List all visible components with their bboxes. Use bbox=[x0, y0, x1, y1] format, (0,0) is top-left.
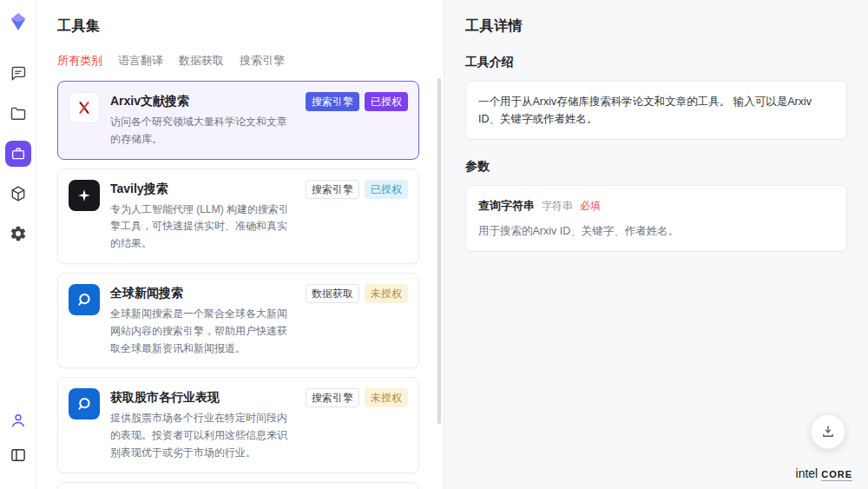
intel-core-logo: intel CORE bbox=[796, 466, 852, 481]
tool-list-panel: 工具集 所有类别 语言翻译 数据获取 搜索引擎 Arxiv文献搜索 访问各个研究… bbox=[36, 0, 444, 489]
tool-intro-text: 一个用于从Arxiv存储库搜索科学论文和文章的工具。 输入可以是Arxiv ID… bbox=[478, 96, 812, 125]
tab-search-engine[interactable]: 搜索引擎 bbox=[240, 53, 285, 69]
parameter-box: 查询字符串 字符串 必填 用于搜索的Arxiv ID、关键字、作者姓名。 bbox=[465, 185, 847, 252]
tool-list-title: 工具集 bbox=[57, 17, 444, 36]
download-button[interactable] bbox=[811, 414, 845, 449]
core-brand-text: CORE bbox=[821, 469, 852, 481]
intro-section-title: 工具介绍 bbox=[465, 55, 847, 70]
collapse-sidebar-icon[interactable] bbox=[5, 442, 31, 468]
auth-status-badge: 已授权 bbox=[365, 180, 408, 199]
tab-data-fetching[interactable]: 数据获取 bbox=[179, 53, 224, 69]
category-badge: 搜索引擎 bbox=[306, 92, 359, 111]
tool-name: Tavily搜索 bbox=[110, 180, 295, 197]
auth-status-badge: 未授权 bbox=[365, 284, 408, 303]
tool-card-arxiv[interactable]: Arxiv文献搜索 访问各个研究领域大量科学论文和文章的存储库。 搜索引擎 已授… bbox=[57, 81, 419, 160]
arxiv-logo-icon bbox=[69, 92, 100, 123]
user-profile-icon[interactable] bbox=[5, 407, 31, 433]
tool-name: 获取股市各行业表现 bbox=[110, 388, 295, 406]
tool-card-stock-sector[interactable]: 获取股市各行业表现 提供股票市场各个行业在特定时间段内的表现。投资者可以利用这些… bbox=[57, 377, 419, 472]
params-section-title: 参数 bbox=[465, 159, 847, 175]
left-icon-rail bbox=[0, 0, 36, 489]
tool-card-active-stocks[interactable]: 获取市场最活跃股票信息 提供当天交易量最高的股票列表，投资者可以利用这些信息来识… bbox=[57, 482, 419, 489]
auth-status-badge: 未授权 bbox=[365, 388, 408, 407]
intel-brand-text: intel bbox=[796, 466, 819, 480]
tool-description: 访问各个研究领域大量科学论文和文章的存储库。 bbox=[110, 114, 295, 149]
tavily-star-icon bbox=[69, 180, 100, 211]
nav-settings-gear-icon[interactable] bbox=[5, 221, 31, 247]
nav-package-icon[interactable] bbox=[5, 181, 31, 207]
tool-description: 专为人工智能代理 (LLM) 构建的搜索引擎工具，可快速提供实时、准确和真实的结… bbox=[110, 202, 295, 253]
list-scrollbar[interactable] bbox=[437, 78, 441, 424]
category-badge: 搜索引擎 bbox=[306, 180, 359, 199]
category-tabs: 所有类别 语言翻译 数据获取 搜索引擎 bbox=[57, 53, 444, 69]
app-logo-icon bbox=[9, 12, 28, 35]
parameter-description: 用于搜索的Arxiv ID、关键字、作者姓名。 bbox=[478, 222, 834, 240]
tool-description: 提供股票市场各个行业在特定时间段内的表现。投资者可以利用这些信息来识别表现优于或… bbox=[110, 410, 295, 461]
data-provider-logo-icon bbox=[69, 284, 100, 315]
category-badge: 搜索引擎 bbox=[306, 388, 359, 407]
category-badge: 数据获取 bbox=[306, 284, 359, 303]
nav-folder-icon[interactable] bbox=[5, 101, 31, 127]
tab-language-translation[interactable]: 语言翻译 bbox=[118, 53, 163, 69]
data-provider-logo-icon bbox=[69, 388, 100, 420]
app-window: 工具集 所有类别 语言翻译 数据获取 搜索引擎 Arxiv文献搜索 访问各个研究… bbox=[0, 0, 868, 489]
tool-name: Arxiv文献搜索 bbox=[110, 92, 295, 109]
tool-description: 全球新闻搜索是一个聚合全球各大新闻网站内容的搜索引擎，帮助用户快速获取全球最新资… bbox=[110, 306, 295, 357]
tool-card-global-news[interactable]: 全球新闻搜索 全球新闻搜索是一个聚合全球各大新闻网站内容的搜索引擎，帮助用户快速… bbox=[57, 273, 419, 368]
detail-panel-title: 工具详情 bbox=[465, 17, 847, 36]
auth-status-badge: 已授权 bbox=[365, 92, 408, 111]
tab-all-categories[interactable]: 所有类别 bbox=[57, 53, 102, 69]
tool-name: 全球新闻搜索 bbox=[110, 284, 295, 301]
nav-tools-icon[interactable] bbox=[5, 141, 31, 167]
nav-chat-icon[interactable] bbox=[5, 61, 31, 87]
tool-detail-panel: 工具详情 工具介绍 一个用于从Arxiv存储库搜索科学论文和文章的工具。 输入可… bbox=[444, 0, 868, 489]
parameter-name: 查询字符串 bbox=[478, 197, 535, 215]
parameter-type: 字符串 bbox=[542, 198, 573, 215]
parameter-required-flag: 必填 bbox=[580, 198, 601, 215]
tool-card-tavily[interactable]: Tavily搜索 专为人工智能代理 (LLM) 构建的搜索引擎工具，可快速提供实… bbox=[57, 169, 419, 264]
tool-card-list: Arxiv文献搜索 访问各个研究领域大量科学论文和文章的存储库。 搜索引擎 已授… bbox=[57, 81, 444, 489]
tool-intro-box: 一个用于从Arxiv存储库搜索科学论文和文章的工具。 输入可以是Arxiv ID… bbox=[465, 81, 847, 140]
